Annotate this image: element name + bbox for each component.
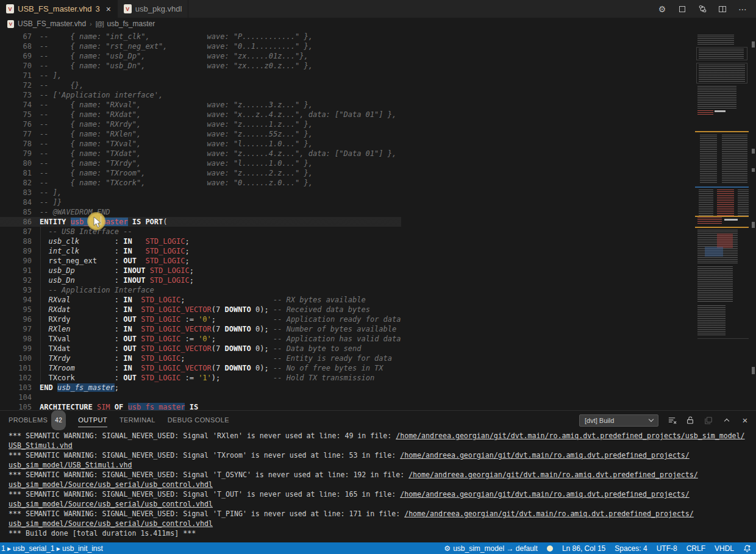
open-output-in-editor-icon[interactable] bbox=[704, 416, 713, 425]
line-number: 92 bbox=[0, 275, 32, 285]
notifications-bell-icon[interactable] bbox=[743, 544, 751, 553]
code-line-89[interactable]: 89 int_clk : IN STD_LOGIC; bbox=[0, 246, 401, 256]
indentation[interactable]: Spaces: 4 bbox=[615, 544, 647, 553]
unlock-icon[interactable] bbox=[685, 416, 695, 425]
file-path-link[interactable]: usb_sim_model/Source/usb_serial/usb_cont… bbox=[9, 500, 213, 508]
output-row: USB_Stimuli.vhd bbox=[9, 441, 756, 450]
code-line-96[interactable]: 96 RXrdy : OUT STD_LOGIC := '0'; -- Appl… bbox=[0, 314, 401, 324]
code-line-69[interactable]: 69-- { name: "usb_Dp", wave: "zx.....01z… bbox=[0, 51, 401, 61]
code-line-97[interactable]: 97 RXlen : IN STD_LOGIC_VECTOR(7 DOWNTO … bbox=[0, 324, 401, 334]
square-icon[interactable] bbox=[677, 4, 687, 14]
minimap[interactable] bbox=[695, 32, 751, 398]
line-number: 80 bbox=[0, 158, 32, 168]
output-log[interactable]: *** SEMANTIC WARNING: SIGNAL_NEVER_USED:… bbox=[9, 431, 756, 538]
output-row: *** SEMANTIC WARNING: SIGNAL_NEVER_USED:… bbox=[9, 489, 756, 499]
file-path-link[interactable]: /home/andreea.georgian/git/dvt.main/ro.a… bbox=[400, 490, 690, 499]
code-line-91[interactable]: 91 usb_Dp : INOUT STD_LOGIC; bbox=[0, 266, 401, 275]
file-path-link[interactable]: /home/andreea.georgian/git/dvt.main/ro.a… bbox=[404, 510, 694, 518]
tab-usb-fs-master[interactable]: V USB_FS_master.vhd 3 × bbox=[0, 0, 118, 18]
code-line-71[interactable]: 71-- ], bbox=[0, 71, 401, 80]
code-line-72[interactable]: 72-- {}, bbox=[0, 80, 401, 90]
close-tab-icon[interactable]: × bbox=[106, 4, 111, 14]
cursor-position[interactable]: Ln 86, Col 15 bbox=[562, 544, 605, 553]
code-line-86[interactable]: 86ENTITY usb_fs_master IS PORT( bbox=[0, 217, 401, 227]
tab-debug-console[interactable]: DEBUG CONSOLE bbox=[168, 411, 229, 430]
file-path-link[interactable]: /home/andreea.georgian/git/dvt.main/ro.a… bbox=[408, 471, 698, 479]
tab-output[interactable]: OUTPUT bbox=[78, 411, 107, 430]
code-line-70[interactable]: 70-- { name: "usb_Dn", wave: "zx....z0.z… bbox=[0, 61, 401, 71]
code-lines[interactable]: 67-- { name: "int_clk", wave: "P........… bbox=[0, 32, 401, 410]
code-line-90[interactable]: 90 rst_neg_ext : OUT STD_LOGIC; bbox=[0, 256, 401, 266]
code-line-105[interactable]: 105ARCHITECTURE SIM OF usb_fs_master IS bbox=[0, 402, 401, 410]
code-line-77[interactable]: 77-- { name: "RXlen", wave: "z......55z.… bbox=[0, 129, 401, 139]
code-line-82[interactable]: 82-- { name: "TXcork", wave: "0......z.0… bbox=[0, 178, 401, 188]
file-path-link[interactable]: /home/andreea.georgian/git/dvt.main/ro.a… bbox=[400, 451, 690, 460]
open-changes-icon[interactable] bbox=[697, 4, 707, 14]
code-line-73[interactable]: 73-- ['Application interface', bbox=[0, 90, 401, 100]
project-config[interactable]: ⚙ usb_sim_model → default bbox=[444, 544, 538, 553]
tab-usb-pkg[interactable]: V usb_pkg.vhdl bbox=[118, 0, 189, 18]
file-path-link[interactable]: usb_sim_model/USB_Stimuli.vhd bbox=[9, 461, 132, 469]
code-line-76[interactable]: 76-- { name: "RXrdy", wave: "z......1.z.… bbox=[0, 119, 401, 129]
code-line-101[interactable]: 101 TXroom : IN STD_LOGIC_VECTOR(7 DOWNT… bbox=[0, 363, 401, 373]
line-number: 71 bbox=[0, 71, 32, 80]
overview-ruler[interactable] bbox=[752, 30, 755, 410]
code-line-98[interactable]: 98 TXval : OUT STD_LOGIC := '0'; -- Appl… bbox=[0, 334, 401, 344]
code-line-95[interactable]: 95 RXdat : IN STD_LOGIC_VECTOR(7 DOWNTO … bbox=[0, 305, 401, 314]
output-row: usb_sim_model/USB_Stimuli.vhd bbox=[9, 460, 756, 470]
breadcrumb-file[interactable]: USB_FS_master.vhd bbox=[18, 20, 86, 28]
code-line-84[interactable]: 84-- ]} bbox=[0, 197, 401, 207]
file-path-link[interactable]: /home/andreea.georgian/git/dvt.main/ro.a… bbox=[396, 431, 744, 440]
code-line-75[interactable]: 75-- { name: "RXdat", wave: "x...z..4.z.… bbox=[0, 110, 401, 119]
encoding[interactable]: UTF-8 bbox=[657, 544, 677, 553]
line-number: 79 bbox=[0, 149, 32, 158]
language-mode[interactable]: VHDL bbox=[715, 544, 734, 553]
code-line-67[interactable]: 67-- { name: "int_clk", wave: "P........… bbox=[0, 32, 401, 41]
code-line-103[interactable]: 103END usb_fs_master; bbox=[0, 383, 401, 392]
code-line-83[interactable]: 83-- ], bbox=[0, 188, 401, 197]
status-dot-icon[interactable] bbox=[547, 545, 553, 552]
line-number: 98 bbox=[0, 334, 32, 344]
code-line-100[interactable]: 100 TXrdy : IN STD_LOGIC; -- Entity is r… bbox=[0, 353, 401, 363]
code-line-68[interactable]: 68-- { name: "rst_neg_ext", wave: "0..1.… bbox=[0, 41, 401, 51]
code-line-104[interactable]: 104 bbox=[0, 392, 401, 402]
line-number: 99 bbox=[0, 344, 32, 353]
code-line-81[interactable]: 81-- { name: "TXroom", wave: "z......2.z… bbox=[0, 168, 401, 178]
tab-problems[interactable]: PROBLEMS 42 bbox=[9, 411, 66, 430]
code-line-87[interactable]: 87 -- USB Interface -- bbox=[0, 227, 401, 236]
code-line-93[interactable]: 93 -- Application Interface bbox=[0, 285, 401, 295]
code-line-92[interactable]: 92 usb_Dn : INOUT STD_LOGIC; bbox=[0, 275, 401, 285]
code-line-74[interactable]: 74-- { name: "RXval", wave: "z......3.z.… bbox=[0, 100, 401, 110]
file-path-link[interactable]: usb_sim_model/Source/usb_serial/usb_cont… bbox=[9, 480, 213, 489]
code-line-94[interactable]: 94 RXval : IN STD_LOGIC; -- RX bytes ava… bbox=[0, 295, 401, 305]
clear-output-icon[interactable] bbox=[667, 416, 677, 425]
file-path-link[interactable]: USB_Stimuli.vhd bbox=[9, 441, 73, 450]
line-number: 68 bbox=[0, 41, 32, 51]
output-row: *** SEMANTIC WARNING: SIGNAL_NEVER_USED:… bbox=[9, 509, 756, 519]
code-line-99[interactable]: 99 TXdat : OUT STD_LOGIC_VECTOR(7 DOWNTO… bbox=[0, 344, 401, 353]
design-hierarchy-path[interactable]: 1 ▸ usb_serial_1 ▸ usb_init_inst bbox=[1, 544, 103, 553]
more-actions-icon[interactable]: ⋯ bbox=[738, 4, 747, 14]
output-channel-select[interactable]: [dvt] Build bbox=[579, 414, 658, 427]
code-line-78[interactable]: 78-- { name: "TXval", wave: "l......1.0.… bbox=[0, 139, 401, 149]
maximize-panel-icon[interactable] bbox=[722, 416, 732, 425]
code-editor[interactable]: 67-- { name: "int_clk", wave: "P........… bbox=[0, 30, 756, 410]
close-panel-icon[interactable]: × bbox=[740, 416, 750, 425]
settings-gear-icon[interactable]: ⚙ bbox=[657, 4, 667, 14]
code-line-85[interactable]: 85-- @WAVEDROM_END bbox=[0, 207, 401, 217]
eol-sequence[interactable]: CRLF bbox=[686, 544, 705, 553]
code-line-102[interactable]: 102 TXcork : OUT STD_LOGIC := '1'); -- H… bbox=[0, 373, 401, 383]
split-editor-icon[interactable] bbox=[718, 4, 727, 14]
line-number: 73 bbox=[0, 90, 32, 100]
breadcrumb-symbol[interactable]: usb_fs_master bbox=[107, 20, 155, 28]
line-number: 90 bbox=[0, 256, 32, 266]
output-row: usb_sim_model/Source/usb_serial/usb_cont… bbox=[9, 519, 756, 528]
file-path-link[interactable]: usb_sim_model/Source/usb_serial/usb_cont… bbox=[9, 519, 213, 528]
code-line-80[interactable]: 80-- { name: "TXrdy", wave: "l......1.0.… bbox=[0, 158, 401, 168]
code-line-79[interactable]: 79-- { name: "TXdat", wave: "z......4.z.… bbox=[0, 149, 401, 158]
tab-terminal[interactable]: TERMINAL bbox=[119, 411, 155, 430]
line-number: 74 bbox=[0, 100, 32, 110]
output-row: usb_sim_model/Source/usb_serial/usb_cont… bbox=[9, 480, 756, 489]
code-line-88[interactable]: 88 usb_clk : IN STD_LOGIC; bbox=[0, 236, 401, 246]
output-text: *** SEMANTIC WARNING: SIGNAL_NEVER_USED:… bbox=[9, 471, 408, 479]
